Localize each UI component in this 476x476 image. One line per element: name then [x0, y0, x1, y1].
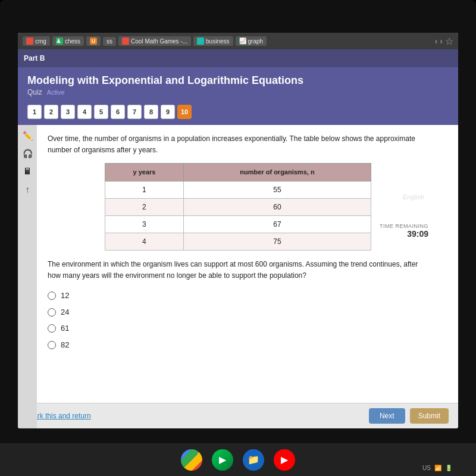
tab-cmg[interactable]: cmg — [23, 36, 50, 46]
quiz-area: Modeling with Exponential and Logarithmi… — [18, 67, 458, 428]
q-num-4[interactable]: 4 — [77, 105, 92, 119]
time-label: TIME REMAINING — [380, 223, 428, 229]
calculator-icon[interactable]: 🖩 — [23, 167, 32, 176]
table-row: 367 — [105, 215, 371, 233]
english-button[interactable]: English — [399, 192, 428, 202]
bottom-bar: Mark this and return Next Submit — [18, 403, 458, 428]
locale-label: US — [422, 465, 431, 471]
col2-header: number of organisms, n — [183, 164, 371, 181]
choice-61[interactable]: 61 — [48, 322, 428, 334]
organisms-cell: 60 — [183, 198, 371, 215]
submit-button[interactable]: Submit — [410, 408, 449, 424]
tab-chess[interactable]: ♟ chess — [52, 36, 84, 46]
q-num-9[interactable]: 9 — [161, 105, 175, 119]
data-table: y years number of organisms, n 155260367… — [105, 163, 371, 250]
browser-bar: Part B — [18, 49, 458, 67]
radio-24[interactable] — [48, 308, 56, 317]
up-arrow-icon[interactable]: ↑ — [25, 184, 30, 195]
files-icon[interactable]: 📁 — [243, 449, 264, 471]
choice-82[interactable]: 82 — [48, 339, 428, 351]
graph-icon: 📈 — [239, 37, 246, 45]
pencil-icon[interactable]: ✏️ — [23, 131, 33, 140]
headphones-icon[interactable]: 🎧 — [23, 149, 33, 158]
coolmath-icon — [122, 37, 129, 45]
table-row: 260 — [105, 198, 371, 215]
choice-24[interactable]: 24 — [48, 306, 428, 318]
organisms-cell: 67 — [183, 215, 371, 233]
chrome-icon[interactable] — [181, 449, 202, 471]
choice-24-label: 24 — [61, 306, 69, 318]
year-cell: 1 — [105, 181, 184, 198]
u-icon: U — [90, 37, 97, 45]
col1-header: y years — [105, 164, 184, 181]
quiz-subtitle: Quiz Active — [27, 88, 449, 96]
answer-choices: 12 24 61 82 — [48, 290, 428, 350]
nav-back[interactable]: ‹ — [435, 36, 438, 46]
table-row: 155 — [105, 181, 371, 198]
organisms-cell: 55 — [183, 181, 371, 198]
tab-u[interactable]: U — [86, 36, 101, 46]
table-row: 475 — [105, 233, 371, 250]
year-cell: 2 — [105, 198, 184, 215]
next-button[interactable]: Next — [369, 408, 405, 424]
play-store-icon[interactable]: ▶ — [212, 449, 233, 471]
bottom-buttons: Next Submit — [369, 408, 449, 424]
quiz-header: Modeling with Exponential and Logarithmi… — [18, 67, 458, 101]
q-num-3[interactable]: 3 — [61, 105, 75, 119]
question-nav: 1 2 3 4 5 6 7 8 9 10 — [18, 101, 458, 125]
question-content: Over time, the number of organisms in a … — [18, 125, 458, 403]
q-num-10[interactable]: 10 — [177, 105, 192, 119]
left-sidebar: ✏️ 🎧 🖩 ↑ — [18, 125, 37, 428]
time-remaining-display: TIME REMAINING 39:09 — [380, 223, 428, 239]
organisms-cell: 75 — [183, 233, 371, 250]
radio-61[interactable] — [48, 324, 56, 333]
pin-icon[interactable]: ☆ — [445, 36, 453, 47]
chess-icon: ♟ — [56, 37, 63, 45]
browser-tabs: cmg ♟ chess U ss Cool Math Games -... 🌐 … — [18, 33, 458, 49]
tab-business[interactable]: 🌐 business — [193, 36, 233, 46]
battery-icon: 🔋 — [445, 465, 452, 471]
screen-content: cmg ♟ chess U ss Cool Math Games -... 🌐 … — [18, 33, 458, 428]
q-num-6[interactable]: 6 — [111, 105, 125, 119]
tab-coolmath[interactable]: Cool Math Games -... — [118, 36, 191, 46]
youtube-icon[interactable]: ▶ — [274, 449, 295, 471]
tab-graph[interactable]: 📈 graph — [236, 36, 267, 46]
nav-forward[interactable]: › — [440, 36, 443, 46]
question-text-1: Over time, the number of organisms in a … — [48, 133, 428, 156]
mark-return-link[interactable]: Mark this and return — [27, 412, 91, 420]
q-num-2[interactable]: 2 — [44, 105, 58, 119]
choice-61-label: 61 — [61, 322, 69, 334]
q-num-7[interactable]: 7 — [127, 105, 142, 119]
q-num-5[interactable]: 5 — [94, 105, 108, 119]
question-text-2: The environment in which the organism li… — [48, 259, 428, 281]
q-num-8[interactable]: 8 — [144, 105, 158, 119]
cmg-icon — [26, 37, 33, 45]
quiz-title: Modeling with Exponential and Logarithmi… — [27, 74, 449, 87]
quiz-label: Quiz — [27, 88, 42, 96]
year-cell: 4 — [105, 233, 184, 250]
time-value: 39:09 — [380, 229, 428, 239]
year-cell: 3 — [105, 215, 184, 233]
active-badge: Active — [47, 89, 65, 96]
bottom-right-info: US 📶 🔋 — [422, 465, 452, 471]
wifi-icon: 📶 — [434, 465, 441, 471]
q-num-1[interactable]: 1 — [27, 105, 42, 119]
tab-ss[interactable]: ss — [103, 37, 116, 46]
business-icon: 🌐 — [197, 37, 204, 45]
radio-12[interactable] — [48, 292, 56, 300]
choice-12[interactable]: 12 — [48, 290, 428, 302]
choice-12-label: 12 — [61, 290, 69, 302]
taskbar: ▶ 📁 ▶ — [0, 443, 476, 476]
choice-82-label: 82 — [61, 339, 69, 351]
part-b-label: Part B — [24, 54, 45, 62]
radio-82[interactable] — [48, 341, 56, 349]
